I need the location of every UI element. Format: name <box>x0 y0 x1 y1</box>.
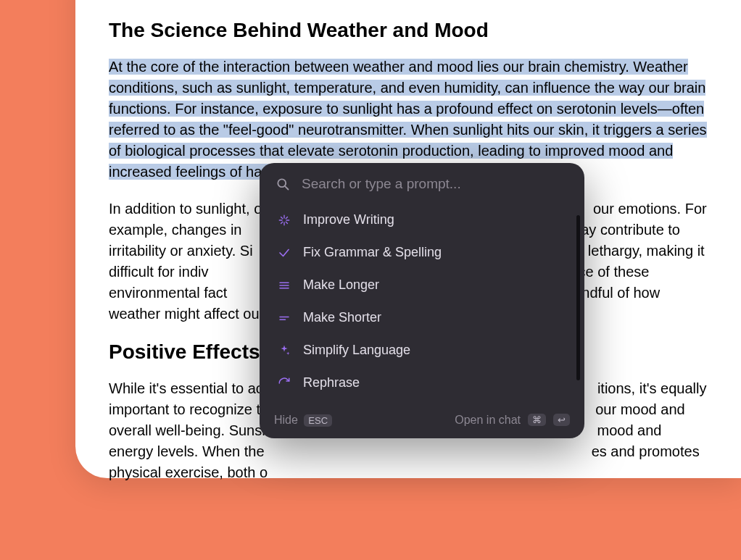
action-fix-grammar[interactable]: Fix Grammar & Spelling <box>267 236 577 269</box>
popup-footer: Hide ESC Open in chat ⌘ ↩ <box>260 405 584 438</box>
lines-short-icon <box>277 311 291 325</box>
lines-long-icon <box>277 278 291 293</box>
action-label: Improve Writing <box>303 212 394 227</box>
esc-key-icon: ESC <box>304 414 332 427</box>
action-rephrase[interactable]: Rephrase <box>267 367 577 399</box>
enter-key-icon: ↩ <box>553 414 570 426</box>
footer-hide[interactable]: Hide ESC <box>274 414 332 427</box>
action-simplify[interactable]: Simplify Language <box>267 334 577 367</box>
footer-open-in-chat[interactable]: Open in chat ⌘ ↩ <box>455 414 570 427</box>
cmd-key-icon: ⌘ <box>528 414 546 426</box>
search-icon <box>276 177 290 191</box>
action-label: Fix Grammar & Spelling <box>303 245 442 260</box>
popup-search-row <box>260 163 584 202</box>
refresh-icon <box>277 376 291 390</box>
sparkle-icon <box>277 213 291 227</box>
search-input[interactable] <box>302 176 568 192</box>
popup-action-list: Improve Writing Fix Grammar & Spelling M… <box>260 202 584 399</box>
action-make-shorter[interactable]: Make Shorter <box>267 301 577 334</box>
action-label: Simplify Language <box>303 343 410 358</box>
ai-prompt-popup[interactable]: Improve Writing Fix Grammar & Spelling M… <box>260 163 584 438</box>
selected-text[interactable]: At the core of the interaction between w… <box>109 59 707 180</box>
action-label: Make Longer <box>303 277 379 293</box>
popup-scrollbar[interactable] <box>576 215 580 380</box>
action-label: Rephrase <box>303 375 360 390</box>
sparkles-icon <box>277 343 291 358</box>
action-improve-writing[interactable]: Improve Writing <box>267 204 577 236</box>
check-icon <box>277 246 291 260</box>
action-label: Make Shorter <box>303 310 381 325</box>
action-make-longer[interactable]: Make Longer <box>267 269 577 301</box>
svg-point-0 <box>278 179 286 187</box>
svg-line-1 <box>285 186 288 189</box>
heading-science: The Science Behind Weather and Mood <box>109 19 708 42</box>
